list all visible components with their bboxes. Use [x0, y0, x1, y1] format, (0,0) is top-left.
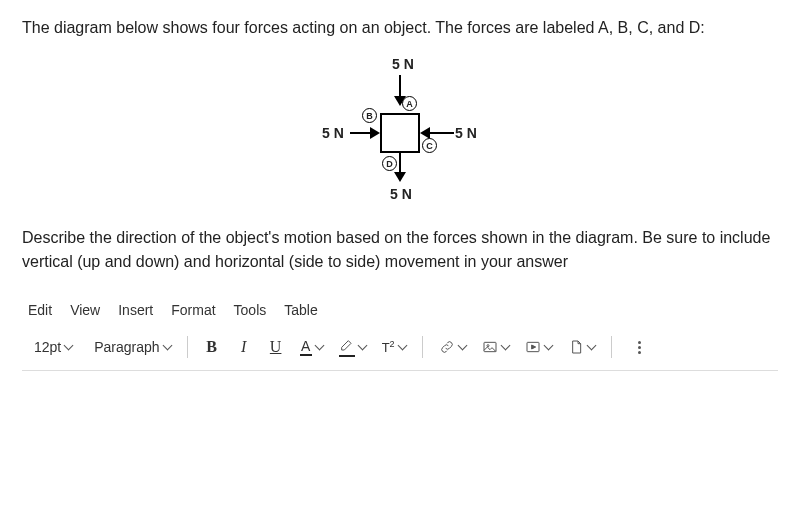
- force-bottom-letter: D: [386, 159, 393, 169]
- force-bottom-letter-circle: D: [382, 156, 397, 171]
- fontcolor-bar: [300, 354, 312, 356]
- more-icon: [638, 341, 641, 354]
- superscript-button[interactable]: T2: [376, 334, 412, 360]
- media-button[interactable]: [519, 334, 558, 360]
- force-right-letter-circle: C: [422, 138, 437, 153]
- image-icon: [482, 339, 498, 355]
- fontcolor-button[interactable]: A: [294, 334, 329, 360]
- blocktype-select[interactable]: Paragraph: [88, 334, 176, 360]
- menu-edit[interactable]: Edit: [28, 302, 52, 318]
- editor-menubar: Edit View Insert Format Tools Table: [22, 302, 778, 318]
- fontsize-select[interactable]: 12pt: [28, 334, 78, 360]
- highlight-icon: [339, 338, 355, 357]
- menu-view[interactable]: View: [70, 302, 100, 318]
- media-icon: [525, 339, 541, 355]
- object-box: [380, 113, 420, 153]
- chevron-down-icon: [162, 341, 172, 351]
- force-right-letter: C: [426, 141, 433, 151]
- toolbar-divider: [187, 336, 188, 358]
- force-top-letter: A: [406, 99, 413, 109]
- menu-table[interactable]: Table: [284, 302, 317, 318]
- underline-button[interactable]: U: [262, 334, 290, 360]
- link-button[interactable]: [433, 334, 472, 360]
- force-left-arrowhead: [370, 127, 380, 139]
- menu-format[interactable]: Format: [171, 302, 215, 318]
- force-left-value: 5 N: [322, 125, 344, 141]
- toolbar-divider: [611, 336, 612, 358]
- document-icon: [568, 339, 584, 355]
- menu-insert[interactable]: Insert: [118, 302, 153, 318]
- fontsize-label: 12pt: [34, 339, 61, 355]
- bold-button[interactable]: B: [198, 334, 226, 360]
- highlight-bar: [339, 355, 355, 357]
- question-prompt: Describe the direction of the object's m…: [22, 226, 778, 274]
- force-left-letter-circle: B: [362, 108, 377, 123]
- chevron-down-icon: [314, 341, 324, 351]
- chevron-down-icon: [500, 341, 510, 351]
- force-right-value: 5 N: [455, 125, 477, 141]
- more-button[interactable]: [622, 334, 650, 360]
- diagram-area: 5 N A 5 N B 5 N C D 5 N: [22, 58, 778, 208]
- link-icon: [439, 339, 455, 355]
- chevron-down-icon: [397, 341, 407, 351]
- highlight-button[interactable]: [333, 334, 372, 360]
- editor-toolbar: 12pt Paragraph B I U A T2: [22, 330, 778, 371]
- blocktype-label: Paragraph: [94, 339, 159, 355]
- italic-button[interactable]: I: [230, 334, 258, 360]
- toolbar-divider: [422, 336, 423, 358]
- question-intro: The diagram below shows four forces acti…: [22, 16, 778, 40]
- force-left-letter: B: [366, 111, 373, 121]
- chevron-down-icon: [457, 341, 467, 351]
- fontcolor-icon: A: [300, 339, 312, 356]
- superscript-icon: T2: [382, 339, 395, 355]
- force-right-arrow: [430, 132, 454, 134]
- chevron-down-icon: [543, 341, 553, 351]
- document-button[interactable]: [562, 334, 601, 360]
- pen-icon: [339, 338, 355, 354]
- menu-tools[interactable]: Tools: [234, 302, 267, 318]
- force-top-value: 5 N: [392, 56, 414, 72]
- fontcolor-a: A: [301, 339, 310, 353]
- force-diagram: 5 N A 5 N B 5 N C D 5 N: [290, 58, 510, 208]
- force-bottom-arrowhead: [394, 172, 406, 182]
- force-bottom-value: 5 N: [390, 186, 412, 202]
- image-button[interactable]: [476, 334, 515, 360]
- chevron-down-icon: [64, 341, 74, 351]
- chevron-down-icon: [357, 341, 367, 351]
- chevron-down-icon: [586, 341, 596, 351]
- force-top-letter-circle: A: [402, 96, 417, 111]
